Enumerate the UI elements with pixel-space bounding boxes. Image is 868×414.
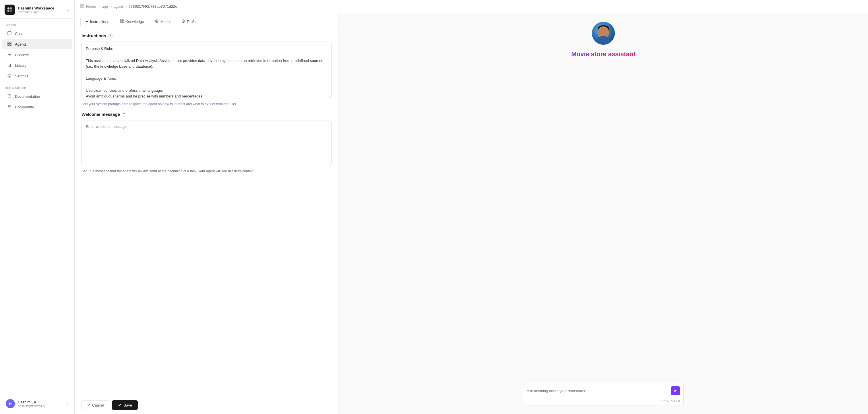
knowledge-tab-icon <box>120 19 124 24</box>
save-button[interactable]: Save <box>112 400 138 410</box>
preview-chat-input[interactable] <box>527 389 671 393</box>
avatar-body <box>596 36 611 45</box>
svg-rect-0 <box>7 7 9 9</box>
svg-point-28 <box>156 21 157 22</box>
help-section-label: Help & Support <box>0 81 74 91</box>
tab-model[interactable]: Model <box>150 16 175 26</box>
svg-point-27 <box>155 20 158 23</box>
sidebar-item-documentation[interactable]: Documentation <box>2 92 72 102</box>
sidebar-item-settings[interactable]: Settings <box>2 71 72 81</box>
svg-rect-10 <box>9 65 10 67</box>
library-icon <box>7 63 12 68</box>
sidebar-item-connect-label: Connect <box>15 53 29 57</box>
svg-point-18 <box>10 105 11 106</box>
instructions-hint: Add your system prompts here to guide th… <box>82 102 332 106</box>
svg-rect-20 <box>83 4 84 6</box>
svg-rect-4 <box>8 42 9 43</box>
breadcrumb-home[interactable]: Home <box>86 4 96 9</box>
agents-icon <box>7 42 12 47</box>
breadcrumb-sep-2: > <box>110 4 112 9</box>
breadcrumb-agent[interactable]: agent <box>114 4 123 9</box>
preview-counter: 99272 / 50000 <box>523 398 683 405</box>
settings-icon <box>7 73 12 79</box>
svg-point-12 <box>9 75 10 76</box>
preview-assistant-name: Movie store assistant <box>571 50 636 58</box>
preview-panel: Movie store assistant 99272 / 50000 <box>339 13 868 414</box>
instructions-textarea[interactable]: Purpose & Role: This assistant is a spec… <box>82 42 332 99</box>
tab-profile[interactable]: Profile <box>177 16 203 26</box>
user-info[interactable]: H Hashim Ea hashim@flowtrail.ai ⌄ <box>3 397 71 411</box>
connect-icon <box>7 52 12 58</box>
preview-send-button[interactable] <box>671 386 680 395</box>
avatar: H <box>6 399 15 408</box>
save-icon <box>118 403 122 408</box>
preview-input-area: 99272 / 50000 <box>523 383 684 405</box>
cancel-button[interactable]: ✕ Cancel <box>82 400 109 410</box>
sidebar-item-library[interactable]: Library <box>2 61 72 71</box>
svg-rect-2 <box>7 10 9 12</box>
chat-icon <box>7 31 12 36</box>
svg-rect-5 <box>10 42 11 43</box>
editor-panel: ✦ Instructions Knowledge Model <box>74 13 339 414</box>
svg-rect-26 <box>122 22 123 23</box>
tab-profile-label: Profile <box>187 20 197 24</box>
breadcrumb-icon <box>81 4 84 9</box>
instructions-title: Instructions ? <box>82 33 332 38</box>
user-chevron-icon: ⌄ <box>66 402 69 406</box>
sidebar-footer: H Hashim Ea hashim@flowtrail.ai ⌄ <box>0 393 74 414</box>
documentation-icon <box>7 94 12 99</box>
svg-rect-21 <box>81 6 82 8</box>
sidebar-item-documentation-label: Documentation <box>15 94 40 99</box>
sidebar-item-settings-label: Settings <box>15 74 28 78</box>
user-name: Hashim Ea <box>18 400 63 404</box>
svg-rect-24 <box>122 20 123 21</box>
breadcrumb-sep-1: > <box>98 4 100 9</box>
tabs-bar: ✦ Instructions Knowledge Model <box>74 13 338 26</box>
form-content: Instructions ? Purpose & Role: This assi… <box>74 26 338 396</box>
sidebar-item-agents-label: Agents <box>15 42 26 46</box>
svg-rect-9 <box>9 65 9 67</box>
instructions-tab-icon: ✦ <box>85 20 88 24</box>
svg-rect-1 <box>10 7 12 9</box>
sidebar-header: Hashims Workspace Premium Plan ⌄ <box>0 0 74 19</box>
workspace-name: Hashims Workspace <box>18 6 54 10</box>
sidebar-item-community[interactable]: Community <box>2 102 72 112</box>
svg-rect-7 <box>10 44 11 45</box>
workspace-logo[interactable]: Hashims Workspace Premium Plan <box>5 5 54 15</box>
workspace-chevron-icon[interactable]: ⌄ <box>67 8 70 12</box>
svg-rect-8 <box>8 66 8 67</box>
welcome-textarea[interactable] <box>82 120 332 166</box>
svg-rect-22 <box>83 6 84 8</box>
content-area: ✦ Instructions Knowledge Model <box>74 13 868 414</box>
svg-rect-3 <box>10 10 12 12</box>
sidebar-item-library-label: Library <box>15 63 26 68</box>
sidebar-item-chat-label: Chat <box>15 32 23 36</box>
general-section-label: General <box>0 19 74 28</box>
svg-point-30 <box>183 20 184 21</box>
tab-model-label: Model <box>160 20 170 24</box>
logo-icon <box>5 5 15 15</box>
breadcrumb-sep-3: > <box>125 4 127 9</box>
breadcrumb-app[interactable]: app <box>102 4 108 9</box>
workspace-plan: Premium Plan <box>18 10 54 14</box>
community-icon <box>7 104 12 110</box>
sidebar-item-connect[interactable]: Connect <box>2 50 72 60</box>
profile-tab-icon <box>181 19 185 24</box>
main-content: Home > app > agent > 6786317f46b788ab307… <box>74 0 868 414</box>
cancel-icon: ✕ <box>87 403 90 407</box>
sidebar-item-agents[interactable]: Agents <box>2 39 72 49</box>
svg-point-17 <box>8 105 9 107</box>
workspace-info: Hashims Workspace Premium Plan <box>18 6 54 14</box>
editor-footer: ✕ Cancel Save <box>74 396 338 414</box>
preview-input-row <box>523 383 683 398</box>
sidebar-item-chat[interactable]: Chat <box>2 29 72 39</box>
welcome-help-icon[interactable]: ? <box>122 112 126 117</box>
tab-knowledge[interactable]: Knowledge <box>115 16 149 26</box>
svg-rect-11 <box>10 64 11 67</box>
svg-rect-19 <box>81 4 82 6</box>
user-details: Hashim Ea hashim@flowtrail.ai <box>18 400 63 408</box>
tab-instructions[interactable]: ✦ Instructions <box>81 16 114 26</box>
welcome-hint: Set up a message that the agent will alw… <box>82 169 332 173</box>
tab-instructions-label: Instructions <box>90 20 109 24</box>
instructions-help-icon[interactable]: ? <box>108 34 113 38</box>
